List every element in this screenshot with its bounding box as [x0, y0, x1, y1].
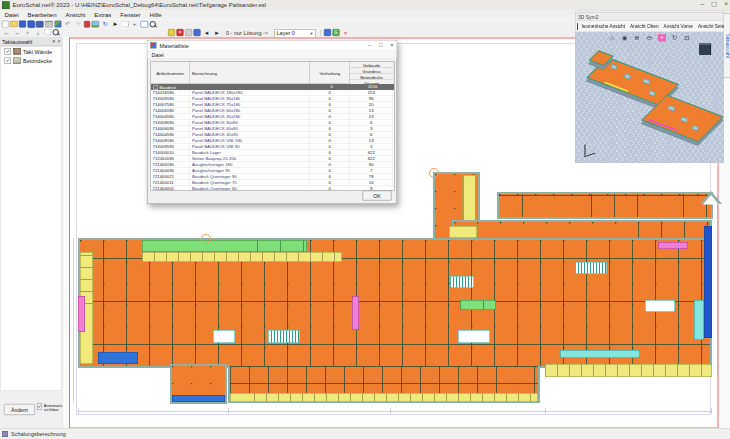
- dialog-window-button[interactable]: –: [368, 42, 371, 48]
- zoom-icon[interactable]: [150, 21, 157, 28]
- dimension-tick: [545, 408, 546, 414]
- pan-up-icon[interactable]: ↑: [23, 29, 32, 38]
- plan-blue-bottom-left: [98, 352, 138, 364]
- panel-3d-title-bar[interactable]: 3D Sym2: [576, 13, 724, 22]
- save-all-icon[interactable]: [28, 21, 35, 28]
- save-icon[interactable]: [19, 21, 26, 28]
- ok-button[interactable]: OK: [363, 191, 392, 201]
- dialog-title-bar[interactable]: Materialliste –□×: [148, 41, 397, 51]
- table-body: 714018180 Panel BAUDECK 180x180 0 253 71…: [151, 90, 394, 191]
- pan-left-icon[interactable]: ←: [2, 29, 11, 38]
- view-button[interactable]: Ansicht Vorne: [661, 22, 695, 31]
- flag-red-icon[interactable]: [84, 21, 90, 28]
- plan-small-bottom-blue: [172, 395, 225, 402]
- checkbox[interactable]: ✓: [5, 48, 12, 55]
- export-icon[interactable]: [55, 21, 62, 28]
- selection-rect-icon[interactable]: [122, 21, 129, 27]
- menu-item[interactable]: Hilfe: [145, 11, 166, 19]
- menu-item[interactable]: Bearbeiten: [23, 11, 61, 19]
- dialog-menu-datei[interactable]: Datei: [148, 52, 168, 58]
- title-bar: EuroSchal.net® 2023 - U:\HEINZ\EuroSchal…: [0, 0, 730, 11]
- material-table[interactable]: Artikelnummer Bezeichnung Vorhaltung Geb…: [151, 62, 395, 191]
- next-solution-icon[interactable]: ►: [213, 29, 222, 38]
- tree-item[interactable]: ✓ Betondecke: [1, 56, 62, 66]
- col-header-artikelnummer[interactable]: Artikelnummer: [151, 62, 190, 84]
- window-control-button[interactable]: –: [700, 0, 704, 8]
- menu-item[interactable]: Ansicht: [61, 11, 90, 19]
- pan-down-icon[interactable]: ↓: [34, 29, 43, 38]
- dimension-tick: [228, 408, 229, 414]
- neutral-icon[interactable]: [185, 29, 192, 36]
- col-header-group: GebäudeGrundrissBetondeckeGesamt: [350, 62, 393, 86]
- plan-cyan-right: [694, 300, 704, 340]
- menu-item[interactable]: Extras: [90, 11, 116, 19]
- menu-item[interactable]: Fenster: [116, 11, 145, 19]
- selection-handle[interactable]: [201, 234, 211, 244]
- checkbox[interactable]: ✓: [5, 58, 12, 65]
- plan-stairs: [213, 330, 235, 343]
- dialog-window-button[interactable]: □: [379, 42, 382, 48]
- dimension-line-bottom: [78, 411, 712, 412]
- table-icon[interactable]: [141, 21, 149, 28]
- separator: [321, 30, 322, 37]
- blue-panel-icon[interactable]: [194, 29, 201, 36]
- takt-icon: [13, 48, 21, 55]
- panel-3d-toolbar: Isometrische AnsichtAnsicht ObenAnsicht …: [576, 21, 724, 32]
- sidebar-header-icon[interactable]: ×: [58, 38, 61, 44]
- side-tab-taktauswahl[interactable]: Taktauswahl: [724, 13, 730, 78]
- layer-combobox[interactable]: Layer 0 ▼: [275, 29, 316, 38]
- zoom-out-icon[interactable]: ⊖: [646, 34, 654, 42]
- close-solution-icon[interactable]: ×: [341, 29, 350, 38]
- plan-stairs: [450, 276, 474, 288]
- view-button[interactable]: Isometrische Ansicht: [579, 22, 628, 31]
- prev-solution-icon[interactable]: ◄: [202, 29, 211, 38]
- zoom-all-icon[interactable]: [53, 29, 60, 36]
- tree-item[interactable]: ✓ Takt Wände: [1, 47, 62, 57]
- crosshair-icon[interactable]: +: [130, 20, 139, 29]
- window-control-button[interactable]: ▢: [711, 0, 717, 8]
- green-tool-icon[interactable]: G: [333, 29, 340, 36]
- change-button[interactable]: Ändern: [4, 404, 35, 415]
- status-bar: Schalungsberechnung: [0, 428, 730, 439]
- pan-icon[interactable]: +: [658, 34, 666, 42]
- rotate-icon[interactable]: ↻: [671, 34, 679, 42]
- redo-icon[interactable]: ↷: [74, 20, 83, 29]
- view-3d-icon[interactable]: [324, 29, 331, 36]
- menu-item[interactable]: Datei: [0, 11, 23, 19]
- sidebar-title: Taktauswahl: [2, 38, 32, 44]
- open-icon[interactable]: [10, 21, 18, 27]
- viewport-3d[interactable]: ⌂◉⊕⊖+↻⊡: [576, 32, 724, 163]
- dimension-tick: [78, 408, 79, 414]
- view-button[interactable]: Ansicht Oben: [628, 22, 662, 31]
- col-header-vorhaltung[interactable]: Vorhaltung: [310, 62, 350, 84]
- sidebar-header-icon[interactable]: ▾: [53, 38, 56, 44]
- nav-cube-icon[interactable]: [699, 43, 712, 55]
- table-row[interactable]: 721400001 Baudeck Querträger 60 0 9: [151, 186, 394, 191]
- orbit-icon[interactable]: ◉: [621, 34, 629, 42]
- refresh-icon[interactable]: ↻: [101, 20, 110, 29]
- takt-icon[interactable]: [168, 29, 175, 36]
- col-header-bezeichnung[interactable]: Bezeichnung: [190, 62, 310, 84]
- pan-right-icon[interactable]: →: [13, 29, 22, 38]
- dialog-window-button[interactable]: ×: [390, 42, 393, 48]
- window-control-button[interactable]: ×: [724, 0, 728, 8]
- window-controls: –▢×: [700, 0, 728, 8]
- auto-visible-checkbox[interactable]: ✓: [37, 403, 42, 410]
- plan-stairs: [645, 300, 675, 312]
- sidebar-footer: Ändern ✓ Automatisch sichtbar: [0, 391, 62, 428]
- new-file-icon[interactable]: [2, 20, 9, 28]
- image-icon[interactable]: [92, 21, 100, 28]
- grid-view-icon[interactable]: [577, 23, 578, 30]
- print-icon[interactable]: [45, 21, 53, 28]
- dialog-icon: [150, 42, 157, 49]
- plan-stairs: [268, 330, 300, 343]
- zoom-in-icon[interactable]: ⊕: [633, 34, 641, 42]
- dimension-tick: [390, 408, 391, 414]
- delete-takt-icon[interactable]: ×: [177, 29, 184, 36]
- book-icon[interactable]: [36, 21, 44, 28]
- selection-handle[interactable]: [429, 168, 439, 178]
- zoom-window-icon[interactable]: [44, 29, 51, 35]
- fit-icon[interactable]: ⊡: [683, 34, 691, 42]
- undo-icon[interactable]: ↶: [63, 20, 72, 29]
- cursor-icon[interactable]: ►: [111, 20, 120, 29]
